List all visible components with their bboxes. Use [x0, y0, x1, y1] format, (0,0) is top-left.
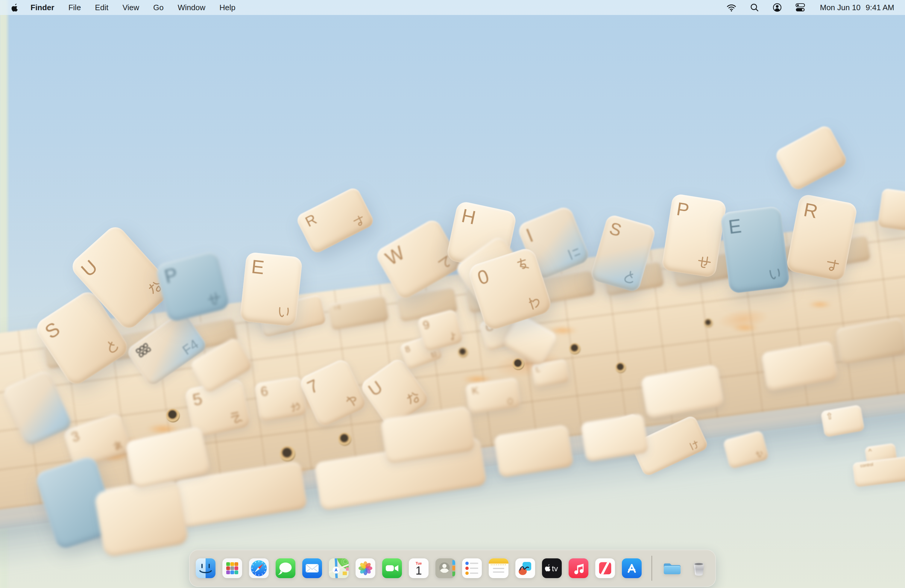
search-icon	[750, 3, 759, 12]
dock-item-safari[interactable]	[249, 558, 269, 578]
keycap-E: E	[240, 252, 303, 327]
key-switch	[615, 362, 626, 373]
dock-item-maps[interactable]	[329, 558, 349, 578]
calendar-icon: Tue 1	[408, 558, 429, 578]
dock-item-trash[interactable]	[689, 558, 709, 578]
key-switch	[512, 358, 524, 370]
appletv-icon: tv	[542, 558, 562, 578]
menu-item-help[interactable]: Help	[219, 3, 235, 12]
keycap-E: E	[720, 206, 790, 294]
dock-item-music[interactable]	[568, 558, 589, 578]
maps-icon	[329, 558, 349, 578]
mail-icon	[302, 558, 322, 578]
menu-bar-status: Mon Jun 10 9:41 AM	[727, 3, 894, 12]
dock-item-freeform[interactable]	[515, 558, 535, 578]
clock-date: Mon Jun 10	[820, 3, 861, 12]
control-center-menu-extra[interactable]	[795, 3, 805, 12]
reminders-icon	[462, 558, 482, 578]
wifi-icon	[727, 3, 736, 12]
appstore-icon	[622, 558, 642, 578]
menu-item-go[interactable]: Go	[153, 3, 164, 12]
dock-item-photos[interactable]	[355, 558, 376, 578]
light-glint	[808, 301, 832, 308]
menu-bar: FinderFileEditViewGoWindowHelp	[0, 0, 905, 15]
control-center-icon	[795, 3, 805, 12]
menu-item-finder[interactable]: Finder	[30, 3, 54, 12]
keycap-R: R	[295, 186, 375, 255]
finder-icon	[195, 558, 216, 578]
dock-item-calendar[interactable]: Tue 1	[408, 558, 429, 578]
photos-icon	[355, 558, 376, 578]
dock-item-finder[interactable]	[195, 558, 216, 578]
dock: Tue 1 tv	[189, 550, 716, 587]
dock-item-notes[interactable]	[488, 558, 509, 578]
dock-item-launchpad[interactable]	[222, 558, 243, 578]
clock-time: 9:41 AM	[866, 3, 894, 12]
dock-item-folder[interactable]	[662, 558, 682, 578]
key-switch	[338, 432, 351, 446]
menu-item-view[interactable]: View	[122, 3, 139, 12]
dock-item-facetime[interactable]	[382, 558, 402, 578]
folder-icon	[662, 558, 682, 578]
desktop: { "menu_bar": { "active_app": "Finder", …	[0, 0, 905, 588]
keycap	[877, 188, 905, 231]
apple-logo-icon	[11, 3, 19, 12]
dock-items: Tue 1 tv	[189, 550, 716, 587]
dock-item-messages[interactable]	[275, 558, 296, 578]
notes-icon	[488, 558, 509, 578]
dock-item-contacts[interactable]	[435, 558, 456, 578]
key-switch	[166, 408, 180, 423]
keycap-6: 6	[254, 376, 307, 422]
svg-text:tv: tv	[552, 564, 558, 573]
messages-icon	[275, 558, 296, 578]
menu-bar-clock[interactable]: Mon Jun 10 9:41 AM	[820, 3, 894, 12]
light-glint	[732, 324, 759, 332]
dock-item-mail[interactable]	[302, 558, 322, 578]
app-menus: FinderFileEditViewGoWindowHelp	[30, 3, 235, 12]
dock-item-reminders[interactable]	[462, 558, 482, 578]
apple-menu[interactable]	[11, 3, 19, 12]
trash-icon	[689, 558, 709, 578]
key-switch	[280, 446, 295, 462]
dock-item-appletv[interactable]: tv	[542, 558, 562, 578]
menu-item-window[interactable]: Window	[178, 3, 205, 12]
keycap	[773, 124, 849, 192]
key-switch	[458, 347, 468, 358]
dock-item-appstore[interactable]	[622, 558, 642, 578]
wifi-menu-extra[interactable]	[727, 3, 736, 12]
menu-item-file[interactable]: File	[68, 3, 81, 12]
facetime-icon	[382, 558, 402, 578]
news-icon	[595, 558, 615, 578]
freeform-icon	[515, 558, 535, 578]
svg-text:1: 1	[415, 564, 422, 577]
spotlight-menu-extra[interactable]	[750, 3, 759, 12]
safari-icon	[249, 558, 269, 578]
music-icon	[568, 558, 589, 578]
launchpad-icon	[222, 558, 243, 578]
user-account-icon	[773, 3, 782, 12]
key-switch	[569, 343, 581, 354]
dock-divider	[651, 556, 652, 581]
contacts-icon	[435, 558, 456, 578]
user-switch-menu-extra[interactable]	[773, 3, 782, 12]
menu-item-edit[interactable]: Edit	[95, 3, 108, 12]
dock-item-news[interactable]	[595, 558, 615, 578]
key-switch	[704, 319, 713, 327]
